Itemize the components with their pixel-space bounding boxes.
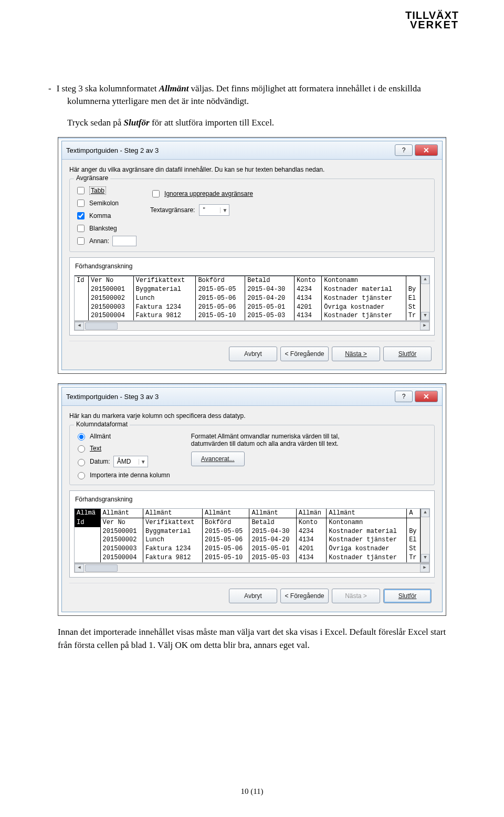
cancel-button[interactable]: Avbryt [229, 589, 277, 603]
ignore-repeated-delim[interactable]: Ignorera upprepade avgränsare [150, 188, 253, 199]
preview-hscroll[interactable]: ◀▶ [74, 321, 430, 331]
help-button[interactable]: ? [395, 144, 413, 156]
finish-button[interactable]: Slutför [383, 347, 432, 361]
dialog1-intro: Här anger du vilka avgränsare din datafi… [69, 165, 435, 179]
next-button: Nästa > [332, 589, 380, 603]
advanced-button[interactable]: Avancerat... [191, 452, 245, 466]
fmt-skip[interactable]: Importera inte denna kolumn [75, 470, 170, 479]
delim-tabb[interactable]: Tabb [75, 185, 136, 196]
finish-button[interactable]: Slutför [383, 589, 432, 603]
delim-semikolon[interactable]: Semikolon [75, 198, 136, 208]
dialog1-title: Textimportguiden - Steg 2 av 3 [66, 146, 393, 154]
dialog1-titlebar: Textimportguiden - Steg 2 av 3 ? ✕ [62, 141, 442, 160]
delimiters-group: Avgränsare Tabb Semikolon Komma Blankste… [69, 179, 435, 252]
fmt-text[interactable]: Text [75, 444, 170, 453]
instruction-para-3: Innan det importerade innehållet visas m… [58, 625, 446, 652]
dialog2-title: Textimportguiden - Steg 3 av 3 [66, 393, 393, 401]
close-button[interactable]: ✕ [415, 144, 438, 156]
screenshot-dialog-step2: Textimportguiden - Steg 2 av 3 ? ✕ Här a… [58, 137, 446, 374]
next-button[interactable]: Nästa > [332, 347, 380, 361]
preview-title-1: Förhandsgranskning [70, 261, 434, 272]
delim-blanksteg[interactable]: Blanksteg [75, 223, 136, 234]
page-number: 10 (11) [0, 787, 504, 796]
format-note: Formatet Allmänt omvandlar numeriska vär… [191, 433, 370, 447]
dialog2-titlebar: Textimportguiden - Steg 3 av 3 ? ✕ [62, 387, 442, 406]
preview-area-1: IdVer NoVerifikattextBokfördBetaldKontoK… [74, 275, 430, 321]
back-button[interactable]: < Föregående [280, 589, 329, 603]
instruction-para-2: Tryck sedan på Slutför för att slutföra … [58, 117, 446, 129]
column-format-group: Kolumndataformat Allmänt Text Datum: ÅMD… [69, 425, 435, 485]
help-button[interactable]: ? [395, 391, 413, 402]
fmt-datum[interactable]: Datum: ÅMD▼ [75, 456, 170, 467]
logo: TILLVÄXT VERKET [405, 11, 459, 29]
preview-vscroll[interactable]: ▲▼ [421, 276, 429, 320]
chevron-down-icon: ▼ [139, 459, 148, 465]
fmt-allmant[interactable]: Allmänt [75, 432, 170, 441]
screenshot-dialog-step3: Textimportguiden - Steg 3 av 3 ? ✕ Här k… [58, 383, 446, 616]
preview-title-2: Förhandsgranskning [70, 494, 434, 505]
preview-vscroll[interactable]: ▲▼ [421, 509, 429, 562]
cancel-button[interactable]: Avbryt [229, 347, 277, 361]
back-button[interactable]: < Föregående [280, 347, 329, 361]
delim-annan[interactable]: Annan: [75, 236, 136, 246]
preview-area-2: AllmäAllmäntAllmäntAllmäntAllmäntAllmänA… [74, 508, 430, 563]
close-button[interactable]: ✕ [415, 391, 438, 402]
text-qualifier-label: Textavgränsare: [150, 206, 195, 214]
chevron-down-icon: ▼ [220, 207, 229, 213]
preview-hscroll[interactable]: ◀▶ [74, 563, 430, 573]
delim-komma[interactable]: Komma [75, 211, 136, 221]
text-qualifier-combo[interactable]: "▼ [199, 204, 229, 216]
instruction-para-1: -I steg 3 ska kolumnformatet Allmänt väl… [58, 82, 446, 108]
